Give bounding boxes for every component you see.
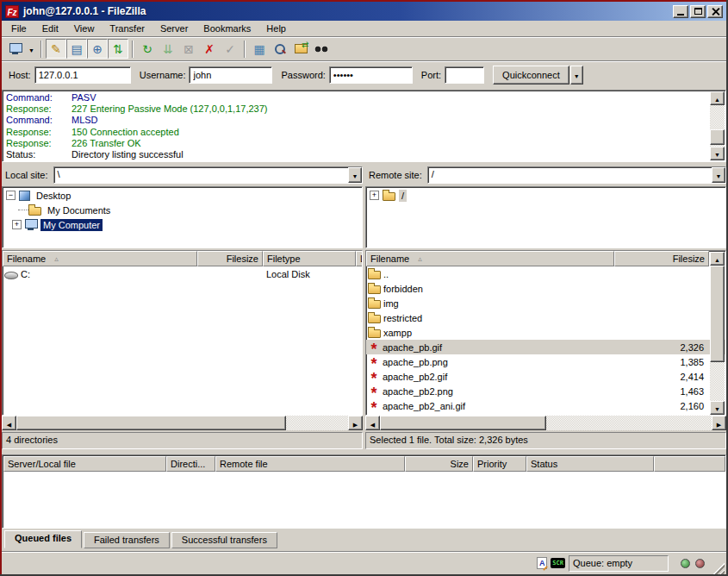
tab-successful-transfers[interactable]: Successful transfers (171, 532, 277, 548)
chevron-down-icon (716, 170, 722, 180)
remote-file-row[interactable]: .. (366, 266, 725, 281)
filter-button[interactable] (270, 39, 290, 59)
scroll-up-button[interactable] (710, 252, 725, 266)
column-header-size[interactable]: Size (405, 456, 473, 472)
refresh-button[interactable]: ↻ (137, 39, 158, 59)
maximize-button[interactable] (690, 5, 706, 18)
remote-file-row[interactable]: forbidden (366, 281, 725, 296)
tree-item-label[interactable]: My Documents (45, 204, 113, 216)
tree-item-label-selected[interactable]: / (399, 190, 407, 202)
log-text: PASV (72, 92, 96, 103)
local-site-combo[interactable]: \ (53, 166, 363, 184)
column-header-status[interactable]: Status (526, 456, 654, 472)
remote-horizontal-scrollbar[interactable] (365, 416, 726, 430)
column-header-remote-file[interactable]: Remote file (215, 456, 405, 472)
scroll-left-button[interactable] (365, 416, 380, 430)
local-status-text: 4 directories (2, 432, 363, 449)
process-queue-button[interactable]: ⇊ (158, 39, 178, 59)
expand-icon[interactable] (370, 191, 379, 200)
title-bar[interactable]: Fz john@127.0.0.1 - FileZilla (2, 2, 726, 21)
tree-item-my-computer[interactable]: My Computer (3, 217, 362, 232)
column-header-direction[interactable]: Directi... (166, 456, 215, 472)
scroll-left-button[interactable] (2, 416, 16, 430)
expand-icon[interactable] (12, 220, 22, 229)
find-button[interactable] (311, 39, 332, 59)
tree-item-desktop[interactable]: Desktop (3, 188, 362, 203)
scrollbar-thumb[interactable] (16, 416, 286, 430)
quickconnect-dropdown[interactable] (570, 66, 583, 85)
remote-site-value[interactable]: / (428, 167, 712, 183)
scroll-up-button[interactable] (710, 91, 725, 105)
menu-edit[interactable]: Edit (34, 22, 66, 35)
tab-failed-transfers[interactable]: Failed transfers (84, 532, 170, 548)
toggle-local-tree-button[interactable]: ▤ (66, 39, 87, 59)
tab-queued-files[interactable]: Queued files (4, 530, 82, 548)
remote-file-row[interactable]: img (366, 296, 725, 310)
filename-cell: C: (3, 269, 197, 279)
scrollbar-thumb[interactable] (710, 129, 725, 145)
tree-item-label-selected[interactable]: My Computer (40, 219, 103, 231)
remote-file-row-selected[interactable]: apache_pb.gif2,326 (366, 340, 725, 354)
scroll-down-button[interactable] (710, 147, 725, 160)
local-file-row[interactable]: C: Local Disk (3, 266, 362, 281)
menu-server[interactable]: Server (152, 22, 196, 35)
synchronized-browsing-button[interactable] (290, 39, 311, 59)
confirm-button[interactable]: ✓ (220, 39, 240, 59)
remote-file-row[interactable]: xampp (366, 325, 725, 340)
remote-file-row[interactable]: apache_pb2_ani.gif2,160 (366, 398, 725, 413)
local-site-dropdown[interactable] (348, 167, 362, 183)
column-header-server-local-file[interactable]: Server/Local file (3, 456, 166, 472)
scroll-right-button[interactable] (712, 416, 726, 430)
toggle-message-log-button[interactable]: ✎ (46, 39, 66, 59)
column-header-filesize[interactable]: Filesize (614, 251, 709, 266)
column-header-last-modified[interactable]: L (356, 251, 363, 266)
column-header-filename[interactable]: Filename (366, 251, 614, 266)
menu-bookmarks[interactable]: Bookmarks (196, 22, 258, 35)
directory-comparison-button[interactable]: ▦ (249, 39, 270, 59)
local-horizontal-scrollbar[interactable] (2, 416, 363, 430)
remote-file-row[interactable]: apache_pb.png1,385 (366, 354, 725, 369)
scroll-right-button[interactable] (348, 416, 363, 430)
column-header-filename[interactable]: Filename (3, 251, 197, 266)
menu-file[interactable]: File (3, 22, 34, 35)
filesize-cell: 2,414 (614, 372, 709, 382)
log-scrollbar[interactable] (710, 91, 725, 160)
remote-site-dropdown[interactable] (712, 167, 725, 183)
tree-item-my-documents[interactable]: My Documents (3, 203, 362, 217)
folder-icon (383, 192, 395, 201)
port-input[interactable] (445, 66, 484, 84)
remote-file-row[interactable]: apache_pb2.gif2,414 (366, 369, 725, 384)
scrollbar-thumb[interactable] (710, 266, 725, 362)
quickconnect-button[interactable]: Quickconnect (493, 66, 569, 85)
column-header-filetype[interactable]: Filetype (263, 251, 356, 266)
username-input[interactable] (189, 66, 272, 84)
menu-view[interactable]: View (66, 22, 103, 35)
transfer-type-icon[interactable] (537, 557, 547, 569)
local-site-value[interactable]: \ (54, 167, 348, 183)
resize-grip[interactable] (712, 561, 725, 574)
cancel-operation-button[interactable]: ⊠ (178, 39, 199, 59)
remote-vertical-scrollbar[interactable] (710, 252, 725, 415)
close-button[interactable] (707, 5, 723, 18)
toggle-queue-button[interactable]: ⇅ (108, 39, 128, 59)
computer-icon (25, 219, 37, 230)
disconnect-button[interactable]: ✗ (199, 39, 220, 59)
toggle-remote-tree-button[interactable]: ⊕ (87, 39, 108, 59)
site-manager-dropdown[interactable] (26, 39, 37, 59)
remote-file-row[interactable]: restricted (366, 310, 725, 325)
column-header-filesize[interactable]: Filesize (197, 251, 263, 266)
menu-transfer[interactable]: Transfer (102, 22, 152, 35)
remote-file-row[interactable]: apache_pb2.png1,463 (366, 384, 725, 398)
tree-item-root[interactable]: / (366, 188, 725, 203)
column-header-priority[interactable]: Priority (473, 456, 526, 472)
host-input[interactable] (34, 66, 131, 84)
menu-help[interactable]: Help (258, 22, 294, 35)
scroll-down-button[interactable] (710, 401, 725, 415)
minimize-button[interactable] (673, 5, 688, 18)
remote-site-combo[interactable]: / (427, 166, 726, 184)
scrollbar-thumb[interactable] (380, 416, 546, 430)
site-manager-button[interactable] (5, 39, 26, 59)
password-input[interactable] (329, 66, 413, 84)
tree-item-label[interactable]: Desktop (34, 190, 73, 202)
collapse-icon[interactable] (6, 191, 16, 200)
